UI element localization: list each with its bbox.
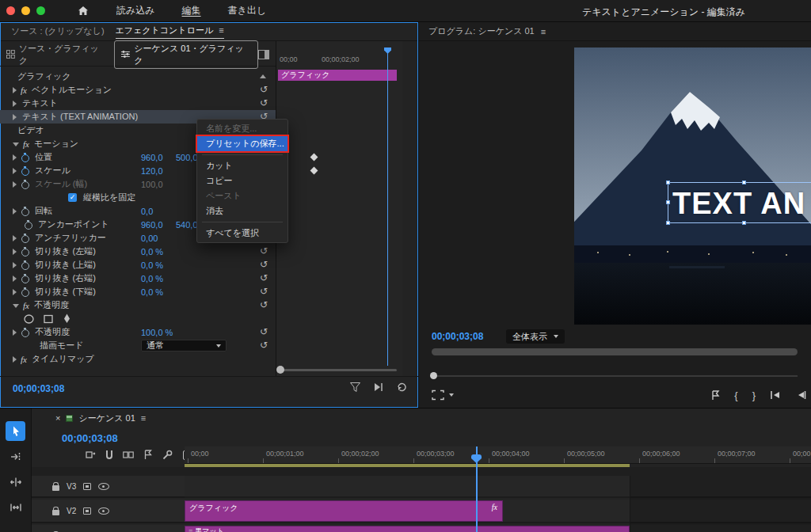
stopwatch-icon[interactable]	[21, 274, 29, 283]
rectangle-mask-icon[interactable]	[44, 314, 53, 324]
go-to-in-icon[interactable]	[770, 390, 781, 400]
reset-icon[interactable]: ↺	[260, 84, 268, 95]
reset-icon[interactable]: ↺	[260, 340, 268, 351]
reset-icon[interactable]: ↺	[260, 326, 268, 337]
selection-handle[interactable]	[742, 180, 746, 184]
eye-icon[interactable]	[98, 483, 109, 490]
chevron-right-icon[interactable]	[13, 262, 17, 268]
row-crop-bottom[interactable]: 切り抜き (下端) 0,0 % ↺	[0, 285, 276, 298]
background-clip[interactable]: ≡黒マット	[185, 526, 630, 532]
chevron-right-icon[interactable]	[13, 87, 17, 93]
lane-zoom-handle[interactable]	[276, 366, 284, 374]
sequence-graphic-button[interactable]: シーケンス 01・グラフィック	[114, 40, 258, 69]
mark-out-icon[interactable]: }	[752, 390, 756, 401]
chevron-right-icon[interactable]	[13, 289, 17, 295]
track-name[interactable]: V3	[67, 482, 76, 491]
value[interactable]: 0,00	[141, 234, 158, 243]
value[interactable]: 120,0	[141, 166, 163, 176]
chevron-down-icon[interactable]	[449, 393, 454, 397]
row-vector-motion[interactable]: fx ベクトルモーション ↺	[0, 83, 276, 97]
chevron-down-icon[interactable]	[13, 142, 19, 146]
step-back-icon[interactable]	[795, 390, 806, 400]
ripple-edit-tool[interactable]	[6, 472, 25, 492]
stopwatch-icon[interactable]	[21, 328, 29, 336]
value-x[interactable]: 960,0	[141, 153, 163, 162]
collapse-up-icon[interactable]	[260, 74, 266, 78]
lane-clip-bar[interactable]: グラフィック	[278, 70, 397, 81]
menu-item-select-all[interactable]: すべてを選択	[197, 226, 287, 241]
track-header-v2[interactable]: V2	[32, 500, 185, 523]
selection-handle[interactable]	[666, 221, 670, 225]
stopwatch-icon[interactable]	[21, 180, 29, 188]
program-seek-track[interactable]	[432, 375, 798, 377]
timeline-settings-wrench-icon[interactable]	[162, 450, 173, 460]
track-header-v1[interactable]: V1	[32, 525, 185, 532]
sync-lock-icon[interactable]	[83, 507, 91, 515]
chevron-right-icon[interactable]	[13, 168, 17, 174]
stopwatch-icon[interactable]	[21, 287, 29, 296]
minimize-window-button[interactable]	[21, 6, 30, 15]
keyframe-diamond[interactable]	[310, 154, 318, 162]
menu-export[interactable]: 書き出し	[228, 4, 267, 17]
menu-edit[interactable]: 編集	[182, 4, 201, 17]
chevron-right-icon[interactable]	[13, 101, 17, 107]
stopwatch-icon[interactable]	[21, 260, 29, 269]
output-settings-icon[interactable]	[432, 390, 444, 401]
checkbox-checked[interactable]: ✓	[68, 193, 77, 202]
chevron-right-icon[interactable]	[13, 114, 17, 120]
tab-source[interactable]: ソース : (クリップなし)	[11, 25, 105, 37]
lane-playhead-handle[interactable]	[384, 48, 391, 54]
nest-toggle-icon[interactable]	[86, 450, 96, 460]
panel-menu-icon[interactable]: ≡	[141, 413, 146, 423]
value-x[interactable]: 960,0	[141, 220, 163, 230]
timeline-timecode[interactable]: 00;00;03;08	[62, 432, 118, 444]
row-text[interactable]: テキスト ↺	[0, 97, 276, 110]
sequence-tab[interactable]: × シーケンス 01 ≡	[32, 408, 811, 428]
menu-item-copy[interactable]: コピー	[197, 173, 287, 188]
filter-icon[interactable]	[350, 382, 360, 392]
add-marker-icon[interactable]	[144, 450, 152, 460]
value[interactable]: 0,0 %	[141, 287, 163, 297]
keyframe-diamond[interactable]	[310, 167, 318, 175]
program-timecode[interactable]: 00;00;03;08	[432, 331, 483, 342]
row-crop-left[interactable]: 切り抜き (左端) 0,0 % ↺	[0, 245, 276, 258]
chevron-right-icon[interactable]	[13, 249, 17, 255]
stopwatch-icon[interactable]	[21, 153, 29, 162]
add-marker-icon[interactable]	[711, 390, 720, 401]
value-y[interactable]: 500,0	[176, 153, 198, 162]
video-frame[interactable]: TEXT AN	[574, 48, 811, 325]
reset-icon[interactable]: ↺	[260, 97, 268, 108]
stopwatch-icon[interactable]	[21, 247, 29, 256]
menu-item-clear[interactable]: 消去	[197, 203, 287, 218]
zoom-window-button[interactable]	[36, 6, 45, 15]
slip-tool[interactable]	[6, 497, 25, 517]
close-tab-icon[interactable]: ×	[55, 413, 60, 423]
reset-icon[interactable]: ↺	[260, 286, 268, 297]
effects-timecode[interactable]: 00;00;03;08	[13, 383, 64, 394]
selection-handle[interactable]	[742, 221, 746, 225]
graphic-clip[interactable]: グラフィック fx	[185, 500, 503, 522]
panel-menu-icon[interactable]: ≡	[219, 25, 223, 35]
play-around-icon[interactable]	[373, 382, 384, 392]
row-opacity-group[interactable]: fx 不透明度 ↺	[0, 298, 276, 312]
blend-mode-dropdown[interactable]: 通常	[141, 340, 227, 352]
ellipse-mask-icon[interactable]	[24, 314, 34, 324]
lock-icon[interactable]	[52, 485, 59, 491]
time-ruler[interactable]: 00;00 00;00;01;00 00;00;02;00 00;00;03;0…	[185, 446, 811, 464]
reset-icon[interactable]: ↺	[260, 259, 268, 270]
lane-zoom-bar[interactable]	[280, 369, 397, 371]
stopwatch-icon[interactable]	[21, 207, 29, 215]
reset-icon[interactable]: ↺	[260, 299, 268, 310]
track-select-forward-tool[interactable]	[6, 446, 25, 466]
selection-handle[interactable]	[666, 180, 670, 184]
track-header-v3[interactable]: V3	[32, 476, 185, 498]
sync-lock-icon[interactable]	[83, 483, 91, 490]
row-crop-top[interactable]: 切り抜き (上端) 0,0 % ↺	[0, 258, 276, 272]
row-blend-mode[interactable]: 描画モード 通常 ↺	[0, 339, 276, 352]
value[interactable]: 0,0 %	[141, 260, 163, 270]
panel-menu-icon[interactable]: ≡	[541, 27, 546, 36]
lock-icon[interactable]	[52, 510, 59, 515]
row-graphic-header[interactable]: グラフィック	[0, 70, 276, 83]
pen-mask-icon[interactable]	[63, 314, 71, 324]
row-opacity[interactable]: 不透明度 100,0 % ↺	[0, 325, 276, 339]
